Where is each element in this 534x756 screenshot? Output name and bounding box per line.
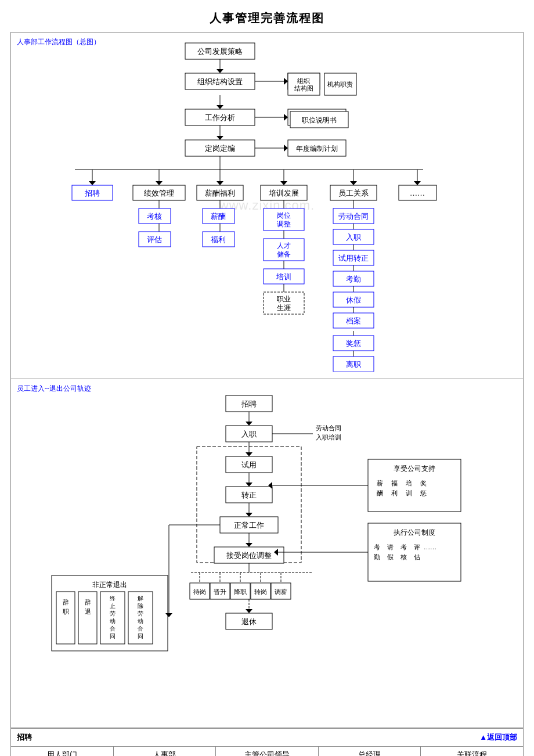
svg-text:解: 解: [138, 595, 143, 602]
svg-text:接受岗位调整: 接受岗位调整: [226, 551, 272, 560]
return-top-link[interactable]: ▲返回顶部: [120, 729, 523, 746]
svg-text:惩: 惩: [420, 489, 427, 496]
bottom-recruit-label: 招聘: [11, 729, 120, 746]
svg-text:终: 终: [110, 595, 116, 602]
svg-text:调薪: 调薪: [275, 588, 287, 595]
svg-text:奖: 奖: [420, 480, 427, 487]
svg-marker-122: [246, 452, 252, 456]
svg-text:非正常退出: 非正常退出: [92, 581, 127, 589]
svg-text:试用: 试用: [241, 460, 257, 469]
svg-marker-126: [246, 483, 252, 487]
svg-marker-130: [246, 513, 252, 517]
svg-text:待岗: 待岗: [193, 588, 206, 595]
svg-text:享受公司支持: 享受公司支持: [394, 465, 435, 473]
svg-marker-134: [246, 543, 252, 547]
svg-text:……: ……: [410, 189, 425, 197]
svg-text:退: 退: [85, 608, 91, 615]
svg-text:休假: 休假: [346, 296, 361, 304]
svg-text:生涯: 生涯: [277, 304, 291, 312]
col-user-dept: 用人部门: [11, 747, 114, 756]
bottom-row-1: 招聘 ▲返回顶部: [11, 728, 523, 746]
svg-text:同: 同: [110, 633, 116, 639]
svg-text:组织: 组织: [297, 77, 310, 84]
svg-marker-45: [350, 181, 357, 185]
svg-text:培训发展: 培训发展: [268, 189, 299, 197]
svg-marker-39: [156, 181, 163, 185]
svg-text:动: 动: [110, 618, 116, 624]
bottom-col-header-row: 用人部门 人事部 主管公司领导 总经理 关联流程: [11, 746, 523, 756]
svg-text:退休: 退休: [241, 617, 257, 626]
svg-marker-17: [217, 105, 223, 109]
svg-text:入职: 入职: [346, 233, 361, 242]
svg-text:……: ……: [424, 543, 436, 550]
svg-text:薪酬: 薪酬: [211, 212, 226, 221]
mid-section: 员工进入--退出公司轨迹 招聘 入职 劳动合同 入职培训: [11, 379, 523, 728]
svg-text:入职: 入职: [241, 430, 257, 438]
svg-text:估: 估: [414, 553, 420, 560]
svg-text:考: 考: [374, 543, 380, 550]
svg-text:福: 福: [391, 480, 398, 487]
svg-text:储备: 储备: [277, 250, 291, 258]
svg-text:劳: 劳: [110, 610, 116, 617]
svg-text:训: 训: [406, 489, 412, 496]
svg-text:假: 假: [387, 553, 394, 560]
svg-text:档案: 档案: [345, 316, 361, 325]
svg-text:转岗: 转岗: [254, 588, 267, 595]
svg-text:公司发展策略: 公司发展策略: [197, 47, 243, 56]
col-hr-dept: 人事部: [114, 747, 217, 756]
svg-text:评: 评: [414, 543, 420, 550]
svg-text:转正: 转正: [241, 491, 257, 499]
svg-text:职: 职: [63, 608, 69, 615]
svg-text:降职: 降职: [234, 588, 247, 595]
svg-marker-37: [89, 181, 96, 185]
svg-text:勤: 勤: [374, 553, 380, 560]
svg-text:组织结构设置: 组织结构设置: [197, 77, 243, 86]
svg-text:执行公司制度: 执行公司制度: [394, 528, 435, 537]
svg-text:核: 核: [400, 553, 407, 560]
svg-text:利: 利: [391, 489, 398, 496]
svg-text:劳动合同: 劳动合同: [316, 424, 341, 431]
svg-text:酬: 酬: [377, 489, 383, 496]
svg-text:正常工作: 正常工作: [234, 521, 264, 530]
svg-text:定岗定编: 定岗定编: [205, 144, 235, 153]
svg-marker-155: [246, 609, 252, 613]
main-border: 人事部工作流程图（总图） www.zixin.com. 公司发展策略 组织结构设…: [10, 32, 524, 756]
svg-marker-31: [284, 145, 288, 152]
svg-text:止: 止: [110, 603, 116, 609]
svg-text:工作分析: 工作分析: [205, 113, 235, 122]
svg-text:考核: 考核: [147, 212, 162, 221]
svg-text:福利: 福利: [211, 235, 226, 244]
col-gm: 总经理: [319, 747, 421, 756]
svg-text:合: 合: [138, 625, 143, 632]
svg-text:岗位: 岗位: [277, 211, 291, 219]
svg-text:离职: 离职: [346, 360, 361, 369]
svg-text:劳: 劳: [138, 610, 143, 617]
svg-text:年度编制计划: 年度编制计划: [296, 145, 338, 153]
svg-text:职业: 职业: [277, 295, 291, 303]
page-title: 人事管理完善流程图: [0, 0, 534, 32]
svg-text:入职培训: 入职培训: [316, 434, 341, 441]
svg-text:奖惩: 奖惩: [346, 339, 361, 348]
svg-text:动: 动: [138, 618, 143, 624]
svg-marker-43: [280, 181, 287, 185]
svg-marker-27: [217, 136, 223, 140]
svg-text:考: 考: [400, 543, 407, 550]
svg-text:除: 除: [138, 603, 143, 609]
col-supervisor: 主管公司领导: [216, 747, 319, 756]
svg-marker-114: [246, 422, 252, 426]
svg-text:考勤: 考勤: [346, 275, 361, 283]
svg-text:晋升: 晋升: [214, 588, 226, 595]
svg-text:招聘: 招聘: [241, 399, 257, 408]
svg-rect-11: [288, 73, 320, 95]
svg-marker-41: [217, 181, 223, 185]
svg-text:薪酬福利: 薪酬福利: [205, 189, 235, 197]
svg-marker-47: [414, 181, 421, 185]
svg-text:人才: 人才: [277, 242, 291, 250]
svg-text:绩效管理: 绩效管理: [144, 189, 174, 197]
col-related-flow: 关联流程: [421, 747, 523, 756]
top-flow-chart: 公司发展策略 组织结构设置 组织 结构图 组织 结构图 机构职责: [17, 37, 517, 374]
svg-text:招聘: 招聘: [84, 189, 100, 197]
svg-marker-7: [284, 78, 288, 85]
svg-text:机构职责: 机构职责: [327, 81, 353, 88]
svg-marker-3: [217, 69, 223, 73]
